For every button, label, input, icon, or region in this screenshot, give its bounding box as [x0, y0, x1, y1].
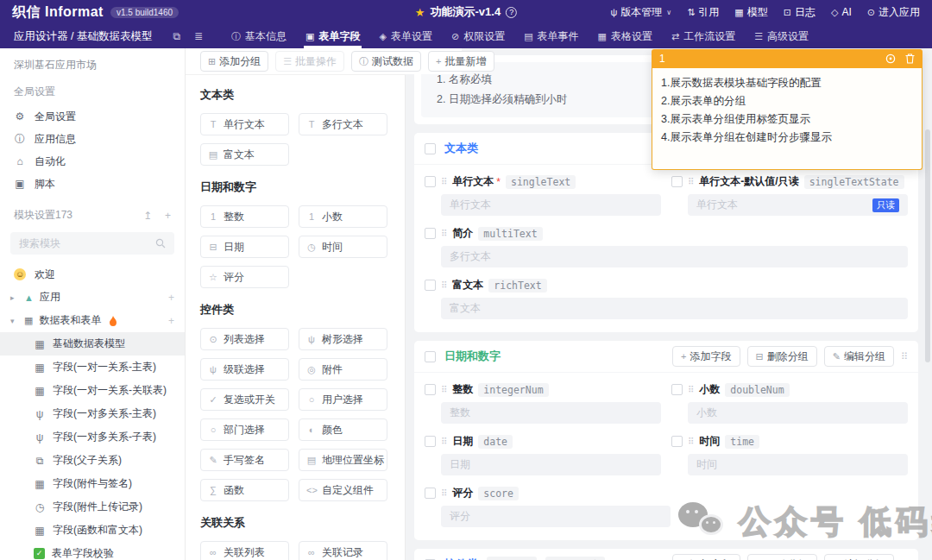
field-checkbox[interactable]	[425, 228, 436, 239]
palette-item-custom-component[interactable]: <>自定义组件	[299, 479, 387, 501]
edit-group-button[interactable]: ✎编辑分组	[824, 554, 894, 560]
model-button[interactable]: ▦ 模型	[734, 5, 767, 20]
tab-form-fields[interactable]: ▣表单字段	[296, 24, 369, 48]
tree-node-application[interactable]: ▸ ▲ 应用 +	[0, 286, 185, 309]
caret-down-icon[interactable]: ▾	[10, 317, 18, 325]
palette-icon[interactable]	[885, 53, 896, 64]
drag-handle-icon[interactable]: ⠿	[688, 177, 694, 186]
tab-workflow-settings[interactable]: ⇄工作流设置	[662, 24, 745, 48]
palette-item-list-select[interactable]: ⊙列表选择	[200, 328, 289, 350]
sidebar-item-attachment-upload-log[interactable]: ◷字段(附件上传记录)	[0, 495, 185, 519]
palette-item-attachment[interactable]: ◎附件	[299, 358, 387, 381]
delete-group-button[interactable]: ⊟删除分组	[747, 346, 817, 367]
help-icon[interactable]: ?	[506, 7, 517, 18]
tab-advanced-settings[interactable]: ☰高级设置	[745, 24, 818, 48]
tab-table-settings[interactable]: ▦表格设置	[589, 24, 662, 48]
section-checkbox[interactable]	[425, 143, 436, 154]
version-manage-menu[interactable]: ψ 版本管理 ∨	[610, 5, 671, 20]
reference-button[interactable]: ⇅ 引用	[687, 5, 719, 20]
tab-permission-settings[interactable]: ⊘权限设置	[442, 24, 514, 48]
field-input[interactable]: 评分	[441, 506, 671, 527]
sidebar-item-function-richtext[interactable]: ▦字段(函数和富文本)	[0, 519, 185, 542]
sidebar-item-field-validation[interactable]: ✓表单字段校验	[0, 542, 185, 560]
outline-icon[interactable]: ≣	[194, 30, 203, 42]
palette-item-function[interactable]: ∑函数	[200, 479, 289, 501]
drag-handle-icon[interactable]: ⠿	[688, 385, 694, 394]
batch-add-button[interactable]: +批量新增	[428, 51, 494, 72]
palette-item-relation-record[interactable]: ∞关联记录	[299, 541, 387, 560]
field-input[interactable]: 单行文本	[441, 194, 661, 216]
doc-icon[interactable]: ⧉	[173, 30, 180, 42]
palette-item-time[interactable]: ◷时间	[299, 236, 387, 258]
drag-handle-icon[interactable]: ⠿	[441, 437, 447, 446]
palette-item-decimal[interactable]: 1小数	[299, 205, 387, 228]
sidebar-item-parent-child[interactable]: ⧉字段(父子关系)	[0, 449, 185, 472]
sidebar-item-base-table-model[interactable]: ▦基础数据表模型	[0, 332, 185, 356]
add-field-button[interactable]: +添加字段	[672, 346, 740, 367]
add-icon[interactable]: +	[168, 292, 174, 304]
sidebar-item-one2one-main[interactable]: ▦字段(一对一关系-主表)	[0, 356, 185, 379]
palette-item-geo-location[interactable]: ▤地理位置坐标	[299, 449, 387, 471]
palette-item-date[interactable]: ⊟日期	[200, 236, 289, 258]
add-group-button[interactable]: ⊞添加分组	[200, 51, 268, 72]
delete-group-button[interactable]: ⊟删除分组	[747, 554, 817, 560]
add-field-button[interactable]: +添加字段	[672, 554, 740, 560]
field-input[interactable]: 单行文本只读	[688, 194, 908, 216]
drag-handle-icon[interactable]: ⠿	[441, 177, 447, 186]
field-input[interactable]: 多行文本	[441, 246, 908, 267]
sidebar-item-app-info[interactable]: ⓘ应用信息	[0, 128, 185, 150]
palette-item-color[interactable]: ◐颜色	[299, 418, 387, 441]
field-checkbox[interactable]	[425, 384, 436, 395]
module-search-input[interactable]: 搜索模块	[10, 232, 174, 255]
field-input[interactable]: 时间	[688, 454, 908, 475]
field-checkbox[interactable]	[425, 436, 436, 447]
field-input[interactable]: 富文本	[441, 298, 908, 319]
palette-item-tree-select[interactable]: ψ树形选择	[299, 328, 387, 350]
sidebar-item-attachment-signature[interactable]: ▦字段(附件与签名)	[0, 472, 185, 495]
sidebar-item-welcome[interactable]: ☺欢迎	[0, 263, 185, 286]
caret-right-icon[interactable]: ▸	[10, 293, 18, 302]
palette-item-rating[interactable]: ☆评分	[200, 266, 289, 288]
palette-item-dept-select[interactable]: ○部门选择	[200, 418, 289, 441]
sidebar-item-script[interactable]: ▣脚本	[0, 173, 185, 195]
field-checkbox[interactable]	[425, 176, 436, 187]
trash-icon[interactable]	[905, 53, 915, 64]
sidebar-item-global-settings[interactable]: ⚙全局设置	[0, 105, 185, 128]
field-checkbox[interactable]	[425, 280, 436, 291]
palette-item-integer[interactable]: 1整数	[200, 205, 289, 228]
sidebar-item-one2one-relation[interactable]: ▦字段(一对一关系-关联表)	[0, 379, 185, 402]
add-module-icon[interactable]: +	[165, 210, 171, 222]
field-checkbox[interactable]	[671, 384, 683, 395]
drag-handle-icon[interactable]: ⠿	[441, 280, 447, 290]
test-data-button[interactable]: ⓘ测试数据	[351, 51, 421, 72]
field-input[interactable]: 整数	[441, 402, 661, 424]
field-checkbox[interactable]	[671, 436, 683, 447]
palette-item-single-text[interactable]: T单行文本	[200, 113, 289, 135]
tree-node-tables-forms[interactable]: ▾ ▦ 数据表和表单 +	[0, 309, 185, 332]
collapse-all-icon[interactable]: ↥	[143, 210, 152, 222]
sidebar-item-one2many-main[interactable]: ψ字段(一对多关系-主表)	[0, 402, 185, 425]
palette-item-checkbox-switch[interactable]: ✓复选或开关	[200, 388, 289, 411]
field-checkbox[interactable]	[671, 176, 683, 187]
canvas-scrollbar[interactable]	[925, 129, 930, 362]
sidebar-item-automation[interactable]: ⌂自动化	[0, 150, 185, 173]
batch-operation-button[interactable]: ☰批量操作	[275, 51, 344, 72]
palette-item-user-select[interactable]: ○用户选择	[299, 388, 387, 411]
drag-handle-icon[interactable]: ⠿	[441, 385, 447, 394]
drag-handle-icon[interactable]: ⠿	[441, 488, 447, 498]
edit-group-button[interactable]: ✎编辑分组	[824, 346, 894, 367]
tab-form-events[interactable]: ▤表单事件	[514, 24, 588, 48]
palette-item-rich-text[interactable]: ▤富文本	[200, 143, 289, 166]
tab-form-settings[interactable]: ◈表单设置	[369, 24, 441, 48]
palette-item-cascade-select[interactable]: ψ级联选择	[200, 358, 289, 381]
drag-handle-icon[interactable]: ⠿	[901, 351, 908, 362]
log-button[interactable]: ⊡ 日志	[784, 5, 816, 20]
sidebar-item-one2many-sub[interactable]: ψ字段(一对多关系-子表)	[0, 425, 185, 449]
palette-item-relation-list[interactable]: ∞关联列表	[200, 541, 289, 560]
section-checkbox[interactable]	[425, 351, 436, 362]
palette-item-signature[interactable]: ✎手写签名	[200, 449, 289, 471]
tab-basic-info[interactable]: ⓘ基本信息	[222, 24, 296, 48]
field-input[interactable]: 日期	[441, 454, 661, 475]
palette-item-multi-text[interactable]: T多行文本	[299, 113, 387, 135]
field-input[interactable]: 小数	[688, 402, 908, 424]
